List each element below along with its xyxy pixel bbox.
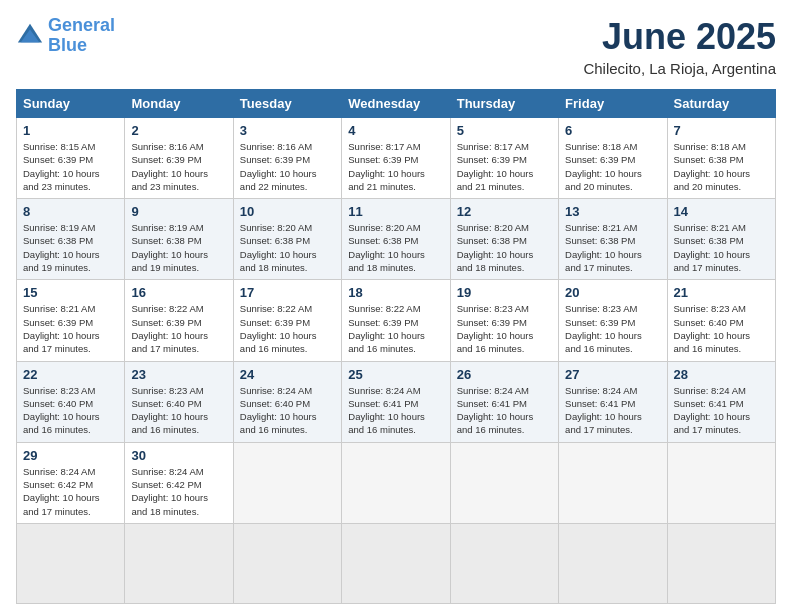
day-number: 24 xyxy=(240,367,335,382)
table-cell xyxy=(17,523,125,603)
day-number: 19 xyxy=(457,285,552,300)
calendar-row: 8Sunrise: 8:19 AMSunset: 6:38 PMDaylight… xyxy=(17,199,776,280)
table-cell: 21Sunrise: 8:23 AMSunset: 6:40 PMDayligh… xyxy=(667,280,775,361)
day-number: 29 xyxy=(23,448,118,463)
table-cell: 14Sunrise: 8:21 AMSunset: 6:38 PMDayligh… xyxy=(667,199,775,280)
day-number: 17 xyxy=(240,285,335,300)
day-number: 28 xyxy=(674,367,769,382)
day-number: 13 xyxy=(565,204,660,219)
day-info: Sunrise: 8:21 AMSunset: 6:38 PMDaylight:… xyxy=(674,221,769,274)
day-info: Sunrise: 8:23 AMSunset: 6:39 PMDaylight:… xyxy=(565,302,660,355)
table-cell xyxy=(450,523,558,603)
logo: General Blue xyxy=(16,16,115,56)
day-number: 6 xyxy=(565,123,660,138)
col-monday: Monday xyxy=(125,90,233,118)
calendar-row xyxy=(17,523,776,603)
day-info: Sunrise: 8:18 AMSunset: 6:39 PMDaylight:… xyxy=(565,140,660,193)
calendar-subtitle: Chilecito, La Rioja, Argentina xyxy=(583,60,776,77)
table-cell: 10Sunrise: 8:20 AMSunset: 6:38 PMDayligh… xyxy=(233,199,341,280)
day-info: Sunrise: 8:24 AMSunset: 6:41 PMDaylight:… xyxy=(348,384,443,437)
day-info: Sunrise: 8:15 AMSunset: 6:39 PMDaylight:… xyxy=(23,140,118,193)
table-cell: 30Sunrise: 8:24 AMSunset: 6:42 PMDayligh… xyxy=(125,442,233,523)
col-tuesday: Tuesday xyxy=(233,90,341,118)
table-cell xyxy=(450,442,558,523)
day-number: 2 xyxy=(131,123,226,138)
day-info: Sunrise: 8:24 AMSunset: 6:40 PMDaylight:… xyxy=(240,384,335,437)
col-wednesday: Wednesday xyxy=(342,90,450,118)
table-cell: 2Sunrise: 8:16 AMSunset: 6:39 PMDaylight… xyxy=(125,118,233,199)
table-cell: 15Sunrise: 8:21 AMSunset: 6:39 PMDayligh… xyxy=(17,280,125,361)
col-sunday: Sunday xyxy=(17,90,125,118)
table-cell: 18Sunrise: 8:22 AMSunset: 6:39 PMDayligh… xyxy=(342,280,450,361)
day-info: Sunrise: 8:23 AMSunset: 6:40 PMDaylight:… xyxy=(131,384,226,437)
day-number: 23 xyxy=(131,367,226,382)
day-number: 26 xyxy=(457,367,552,382)
col-friday: Friday xyxy=(559,90,667,118)
day-number: 16 xyxy=(131,285,226,300)
day-info: Sunrise: 8:21 AMSunset: 6:39 PMDaylight:… xyxy=(23,302,118,355)
table-cell xyxy=(667,523,775,603)
day-info: Sunrise: 8:17 AMSunset: 6:39 PMDaylight:… xyxy=(348,140,443,193)
table-cell: 28Sunrise: 8:24 AMSunset: 6:41 PMDayligh… xyxy=(667,361,775,442)
table-cell: 17Sunrise: 8:22 AMSunset: 6:39 PMDayligh… xyxy=(233,280,341,361)
logo-text: General Blue xyxy=(48,16,115,56)
day-number: 20 xyxy=(565,285,660,300)
day-info: Sunrise: 8:24 AMSunset: 6:42 PMDaylight:… xyxy=(131,465,226,518)
table-cell xyxy=(233,523,341,603)
table-cell: 19Sunrise: 8:23 AMSunset: 6:39 PMDayligh… xyxy=(450,280,558,361)
day-number: 21 xyxy=(674,285,769,300)
day-info: Sunrise: 8:19 AMSunset: 6:38 PMDaylight:… xyxy=(131,221,226,274)
day-info: Sunrise: 8:19 AMSunset: 6:38 PMDaylight:… xyxy=(23,221,118,274)
day-info: Sunrise: 8:17 AMSunset: 6:39 PMDaylight:… xyxy=(457,140,552,193)
table-cell: 8Sunrise: 8:19 AMSunset: 6:38 PMDaylight… xyxy=(17,199,125,280)
calendar-table: Sunday Monday Tuesday Wednesday Thursday… xyxy=(16,89,776,604)
calendar-title: June 2025 xyxy=(583,16,776,58)
table-cell: 1Sunrise: 8:15 AMSunset: 6:39 PMDaylight… xyxy=(17,118,125,199)
day-number: 1 xyxy=(23,123,118,138)
table-cell: 16Sunrise: 8:22 AMSunset: 6:39 PMDayligh… xyxy=(125,280,233,361)
day-number: 5 xyxy=(457,123,552,138)
calendar-header-row: Sunday Monday Tuesday Wednesday Thursday… xyxy=(17,90,776,118)
table-cell: 3Sunrise: 8:16 AMSunset: 6:39 PMDaylight… xyxy=(233,118,341,199)
day-info: Sunrise: 8:23 AMSunset: 6:40 PMDaylight:… xyxy=(674,302,769,355)
day-number: 25 xyxy=(348,367,443,382)
day-info: Sunrise: 8:16 AMSunset: 6:39 PMDaylight:… xyxy=(131,140,226,193)
day-number: 30 xyxy=(131,448,226,463)
table-cell: 23Sunrise: 8:23 AMSunset: 6:40 PMDayligh… xyxy=(125,361,233,442)
day-number: 14 xyxy=(674,204,769,219)
day-info: Sunrise: 8:21 AMSunset: 6:38 PMDaylight:… xyxy=(565,221,660,274)
table-cell xyxy=(559,442,667,523)
table-cell: 26Sunrise: 8:24 AMSunset: 6:41 PMDayligh… xyxy=(450,361,558,442)
day-number: 7 xyxy=(674,123,769,138)
day-info: Sunrise: 8:22 AMSunset: 6:39 PMDaylight:… xyxy=(131,302,226,355)
table-cell: 9Sunrise: 8:19 AMSunset: 6:38 PMDaylight… xyxy=(125,199,233,280)
day-info: Sunrise: 8:20 AMSunset: 6:38 PMDaylight:… xyxy=(348,221,443,274)
day-info: Sunrise: 8:16 AMSunset: 6:39 PMDaylight:… xyxy=(240,140,335,193)
table-cell: 5Sunrise: 8:17 AMSunset: 6:39 PMDaylight… xyxy=(450,118,558,199)
table-cell xyxy=(667,442,775,523)
day-info: Sunrise: 8:22 AMSunset: 6:39 PMDaylight:… xyxy=(240,302,335,355)
table-cell: 7Sunrise: 8:18 AMSunset: 6:38 PMDaylight… xyxy=(667,118,775,199)
day-info: Sunrise: 8:24 AMSunset: 6:42 PMDaylight:… xyxy=(23,465,118,518)
table-cell: 11Sunrise: 8:20 AMSunset: 6:38 PMDayligh… xyxy=(342,199,450,280)
day-info: Sunrise: 8:20 AMSunset: 6:38 PMDaylight:… xyxy=(240,221,335,274)
day-info: Sunrise: 8:23 AMSunset: 6:39 PMDaylight:… xyxy=(457,302,552,355)
day-number: 22 xyxy=(23,367,118,382)
title-area: June 2025 Chilecito, La Rioja, Argentina xyxy=(583,16,776,77)
calendar-row: 1Sunrise: 8:15 AMSunset: 6:39 PMDaylight… xyxy=(17,118,776,199)
day-info: Sunrise: 8:20 AMSunset: 6:38 PMDaylight:… xyxy=(457,221,552,274)
col-saturday: Saturday xyxy=(667,90,775,118)
table-cell: 25Sunrise: 8:24 AMSunset: 6:41 PMDayligh… xyxy=(342,361,450,442)
day-info: Sunrise: 8:24 AMSunset: 6:41 PMDaylight:… xyxy=(674,384,769,437)
table-cell xyxy=(125,523,233,603)
day-info: Sunrise: 8:22 AMSunset: 6:39 PMDaylight:… xyxy=(348,302,443,355)
day-number: 3 xyxy=(240,123,335,138)
day-number: 8 xyxy=(23,204,118,219)
table-cell xyxy=(233,442,341,523)
day-number: 27 xyxy=(565,367,660,382)
table-cell: 13Sunrise: 8:21 AMSunset: 6:38 PMDayligh… xyxy=(559,199,667,280)
table-cell xyxy=(342,442,450,523)
calendar-row: 15Sunrise: 8:21 AMSunset: 6:39 PMDayligh… xyxy=(17,280,776,361)
day-number: 12 xyxy=(457,204,552,219)
day-number: 4 xyxy=(348,123,443,138)
